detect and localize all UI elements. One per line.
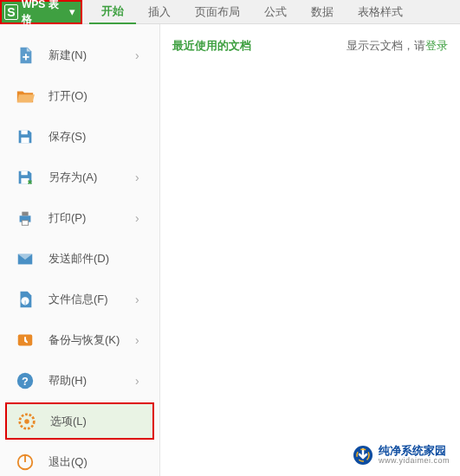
chevron-right-icon: › — [135, 170, 147, 184]
chevron-right-icon: › — [135, 333, 147, 347]
menu-save-as[interactable]: 另存为(A) › — [0, 157, 159, 197]
tab-formula[interactable]: 公式 — [252, 0, 299, 24]
svg-rect-5 — [21, 177, 29, 183]
titlebar: S WPS 表格 ▾ 开始 插入 页面布局 公式 数据 表格样式 — [0, 0, 460, 24]
tab-table-style[interactable]: 表格样式 — [346, 0, 415, 24]
tab-data[interactable]: 数据 — [299, 0, 346, 24]
chevron-right-icon: › — [135, 211, 147, 225]
menu-backup-restore[interactable]: 备份与恢复(K) › — [0, 319, 159, 360]
watermark-name: 纯净系统家园 — [379, 445, 450, 457]
menu-label: 打开(O) — [49, 88, 159, 104]
svg-rect-1 — [25, 54, 27, 60]
menu-label: 打印(P) — [49, 210, 121, 226]
tab-start[interactable]: 开始 — [89, 0, 136, 24]
watermark-text-block: 纯净系统家园 www.yidaimei.com — [379, 445, 450, 466]
svg-point-16 — [24, 419, 29, 424]
svg-rect-7 — [22, 211, 28, 215]
menu-open[interactable]: 打开(O) — [0, 75, 159, 116]
menu-save[interactable]: 保存(S) — [0, 116, 159, 157]
watermark-url: www.yidaimei.com — [379, 457, 450, 466]
menu-label: 选项(L) — [50, 414, 152, 429]
menu-label: 另存为(A) — [49, 170, 121, 185]
svg-rect-18 — [24, 454, 26, 461]
content-header: 最近使用的文档 显示云文档，请登录 — [172, 38, 448, 54]
chevron-down-icon: ▾ — [67, 3, 79, 21]
tab-page-layout[interactable]: 页面布局 — [183, 0, 252, 24]
mail-icon — [16, 249, 35, 268]
menu-help[interactable]: ? 帮助(H) › — [0, 360, 159, 401]
file-info-icon: i — [16, 290, 35, 309]
file-menu-sidebar: 新建(N) › 打开(O) 保存(S) 另存为(A) › — [0, 24, 160, 476]
menu-label: 保存(S) — [49, 129, 159, 145]
menu-send-mail[interactable]: 发送邮件(D) — [0, 238, 159, 279]
svg-rect-8 — [22, 220, 28, 225]
watermark-logo-icon — [353, 445, 373, 466]
menu-label: 备份与恢复(K) — [49, 332, 121, 348]
app-title: WPS 表格 — [22, 0, 63, 27]
new-file-icon — [16, 46, 35, 65]
chevron-right-icon: › — [135, 374, 147, 388]
chevron-right-icon: › — [135, 48, 147, 62]
help-icon: ? — [16, 371, 35, 390]
menu-label: 发送邮件(D) — [49, 251, 159, 267]
menu-new[interactable]: 新建(N) › — [0, 35, 159, 75]
app-menu-button[interactable]: S WPS 表格 ▾ — [0, 0, 82, 24]
svg-text:?: ? — [22, 374, 29, 387]
menu-label: 帮助(H) — [49, 373, 121, 389]
exit-icon — [16, 453, 35, 472]
svg-rect-3 — [21, 137, 29, 142]
tab-insert[interactable]: 插入 — [136, 0, 183, 24]
recent-docs-title: 最近使用的文档 — [172, 38, 251, 54]
folder-open-icon — [16, 87, 35, 106]
menu-options[interactable]: 选项(L) — [5, 402, 154, 440]
gear-icon — [17, 412, 36, 431]
cloud-docs-text: 显示云文档，请登录 — [347, 38, 448, 54]
menu-label: 新建(N) — [49, 48, 121, 63]
backup-icon — [16, 331, 35, 350]
watermark: 纯净系统家园 www.yidaimei.com — [353, 445, 450, 466]
menu-file-info[interactable]: i 文件信息(F) › — [0, 279, 159, 319]
login-link[interactable]: 登录 — [425, 39, 448, 52]
menu-print[interactable]: 打印(P) › — [0, 197, 159, 238]
svg-rect-2 — [21, 130, 27, 134]
save-icon — [16, 127, 35, 146]
cloud-prefix: 显示云文档，请 — [347, 39, 425, 52]
print-icon — [16, 209, 35, 228]
ribbon-tabs: 开始 插入 页面布局 公式 数据 表格样式 — [89, 0, 415, 24]
save-as-icon — [16, 168, 35, 187]
main-area: 新建(N) › 打开(O) 保存(S) 另存为(A) › — [0, 24, 460, 476]
menu-label: 退出(Q) — [49, 454, 159, 470]
chevron-right-icon: › — [135, 293, 147, 306]
content-panel: 最近使用的文档 显示云文档，请登录 — [160, 24, 460, 476]
app-logo-icon: S — [4, 4, 18, 20]
menu-exit[interactable]: 退出(Q) — [0, 441, 159, 476]
menu-label: 文件信息(F) — [49, 292, 121, 307]
svg-rect-4 — [21, 170, 27, 175]
